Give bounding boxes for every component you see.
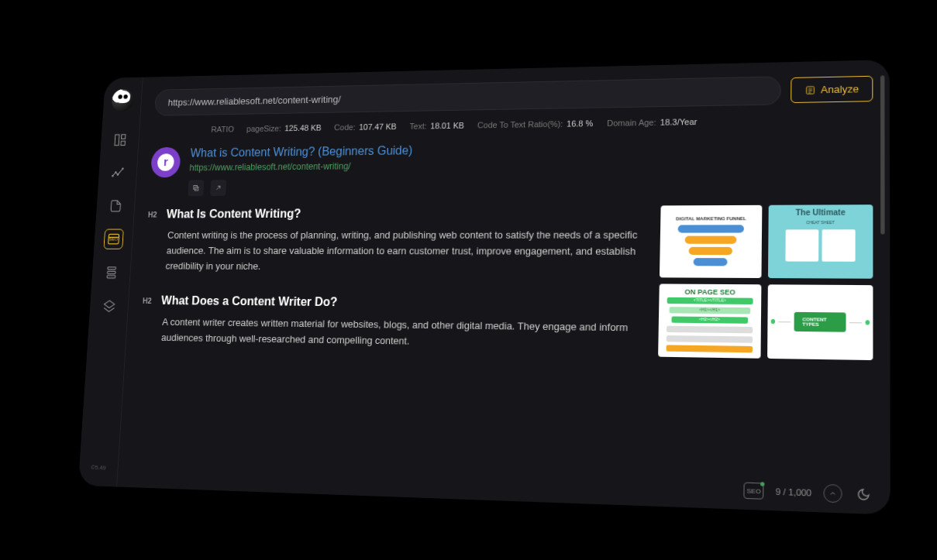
heading-desc: A content writer creates written materia… [140,314,646,353]
analyze-label: Analyze [820,83,858,95]
svg-rect-12 [195,187,198,191]
analytics-icon[interactable] [107,163,127,183]
stat-text: Text: 18.01 KB [409,121,464,131]
dashboard-icon[interactable] [109,129,129,149]
result-url[interactable]: https://www.reliablesoft.net/content-wri… [189,160,412,172]
moon-icon [856,487,870,501]
collapse-button[interactable] [823,483,842,503]
seo-badge[interactable]: SEO [743,482,763,499]
site-favicon [150,146,181,177]
analyze-button[interactable]: Analyze [790,75,872,102]
url-input[interactable]: https://www.reliablesoft.net/content-wri… [153,76,780,115]
svg-rect-0 [114,134,119,145]
bottom-bar: SEO 9 / 1,000 [743,481,873,503]
svg-rect-9 [107,271,115,273]
seo-icon[interactable]: SEO [103,228,123,249]
app-window: SEO ©5.49 https://www.reliablesoft.net/c… [78,60,890,515]
main-panel: https://www.reliablesoft.net/content-wri… [117,60,890,515]
theme-toggle[interactable] [854,485,873,504]
svg-rect-8 [107,266,115,269]
version-label: ©5.49 [91,464,106,471]
copy-icon[interactable] [188,180,204,196]
result-title[interactable]: What is Content Writing? (Beginners Guid… [190,143,412,160]
svg-rect-10 [106,275,115,277]
thumbnail-content-types[interactable]: CONTENT TYPES [767,284,873,360]
heading-title: What Is Content Writing? [166,207,301,221]
result-icon-buttons [188,178,411,196]
thumbnail-ultimate[interactable]: The Ultimate CHEAT SHEET [767,204,872,279]
stat-ratio: RATIO [211,124,234,133]
thumbnail-funnel[interactable]: DIGITAL MARKETING FUNNEL [659,204,761,277]
svg-point-3 [112,175,113,177]
stat-pagesize: pageSize: 125.48 KB [246,123,321,133]
svg-rect-1 [121,134,125,138]
pages-icon[interactable] [105,195,125,215]
thumbnail-onpage-seo[interactable]: ON PAGE SEO <TITLE></TITLE> <H1></H1> <H… [658,283,761,358]
content-body: H2 What Is Content Writing? Content writ… [131,204,873,504]
layers-icon[interactable] [101,262,121,282]
headings-list: H2 What Is Content Writing? Content writ… [131,205,647,496]
counter: 9 / 1,000 [775,486,811,497]
svg-rect-2 [120,141,124,145]
shape-icon[interactable] [98,295,119,316]
thumbnails-grid: DIGITAL MARKETING FUNNEL The Ultimate CH… [655,204,873,504]
stat-domain-age: Domain Age: 18.3/Year [607,117,697,128]
open-external-icon[interactable] [210,180,226,196]
stat-cttr: Code To Text Ratio(%): 16.8 % [477,119,592,129]
heading-tag: H2 [142,297,151,305]
seo-icon-label: SEO [109,236,118,241]
heading-block: H2 What Does a Content Writer Do? A cont… [140,294,646,352]
heading-tag: H2 [147,210,157,218]
heading-desc: Content writing is the process of planni… [144,227,647,276]
heading-block: H2 What Is Content Writing? Content writ… [144,205,648,276]
avatar-penguin[interactable] [110,88,133,112]
heading-title: What Does a Content Writer Do? [160,294,337,309]
top-row: https://www.reliablesoft.net/content-wri… [153,74,872,115]
stats-row: RATIO pageSize: 125.48 KB Code: 107.47 K… [153,114,873,134]
scrollbar-thumb[interactable] [880,75,884,234]
result-header: What is Content Writing? (Beginners Guid… [149,137,873,196]
chevron-up-icon [828,489,837,497]
scrollbar[interactable] [880,75,884,472]
stat-code: Code: 107.47 KB [333,122,396,132]
analyze-icon [804,84,815,94]
